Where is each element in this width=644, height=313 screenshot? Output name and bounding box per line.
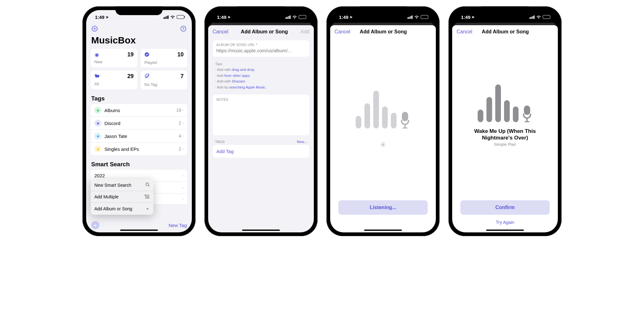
add-button[interactable]: ＋ [91,221,99,229]
smart-search-header: Smart Search [86,155,192,170]
card-notag-count: 7 [180,73,184,80]
shazam-icon [452,78,558,122]
modal-title: Add Album or Song [482,29,529,35]
help-icon[interactable]: ? [180,25,187,34]
tips-label: Tips: [215,61,307,67]
tip-shazam-link[interactable]: Shazam [232,79,245,83]
tag-count: 2 [179,146,181,151]
card-new-label: New [94,60,134,64]
tag-name: Discord [104,121,179,126]
cancel-button[interactable]: Cancel [213,29,228,35]
battery-icon [543,15,550,19]
modal-title: Add Album or Song [360,29,407,35]
add-tag-button[interactable]: Add Tag [213,145,309,158]
card-new-count: 19 [127,51,134,58]
tag-row-discord[interactable]: ◈ Discord 2 › [91,117,187,130]
result-song-title: Wake Me Up (When This Nightmare's Over) [452,128,558,141]
notag-icon [144,74,149,79]
popup-add-album[interactable]: Add Album or Song ＋ [91,203,153,215]
tags-label: TAGS [215,140,225,144]
wifi-icon [292,15,297,19]
tag-icon: ◈ [94,133,101,139]
tag-name: Jason Tate [104,134,179,139]
url-field-group: ALBUM OR SONG URL * [213,40,309,57]
list-icon [145,194,150,199]
card-all-label: All [94,82,134,86]
add-popup-menu: New Smart Search Add Multiple Add Album … [91,179,153,215]
tip-search-link[interactable]: searching Apple Music [229,85,265,89]
screen-home: 1:49 ➤ ? MusicBox ◉ 19 New [86,10,192,232]
smart-name: 2022 [94,173,105,178]
all-icon [94,74,99,79]
chevron-right-icon: › [182,185,184,190]
tip-drag-drop-link[interactable]: drag and drop [232,68,254,71]
confirm-button[interactable]: Confirm [460,200,550,215]
card-all[interactable]: 29 All [91,71,137,89]
home-indicator[interactable] [486,230,524,231]
popup-add-multiple[interactable]: Add Multiple [91,191,153,203]
card-played[interactable]: 10 Played [141,49,187,67]
modal-sheet: Cancel Add Album or Song Add ALBUM OR SO… [208,25,314,232]
cancel-button[interactable]: Cancel [457,29,472,35]
svg-point-1 [94,28,95,29]
notch [115,6,163,15]
tag-icon: ◈ [94,145,101,152]
add-button[interactable]: Add [301,29,309,35]
plus-icon: ＋ [145,206,150,212]
phone-2: 1:49 ➤ Cancel Add Album or Song Add ALBU… [204,6,318,236]
cellular-icon [408,15,413,19]
tag-count: 2 [179,121,181,126]
tags-new-button[interactable]: New... [297,140,307,144]
svg-text:?: ? [182,27,185,31]
battery-icon [177,15,184,19]
tag-count: 19 [176,108,181,113]
home-indicator[interactable] [120,230,158,231]
listening-button[interactable]: Listening... [338,200,428,215]
tag-name: Singles and EPs [104,146,179,152]
tag-icon: ◈ [94,120,101,127]
battery-icon [299,15,306,19]
svg-point-0 [92,26,97,31]
chevron-right-icon: › [182,147,184,151]
tags-list: ◈ Albums 19 › ◈ Discord 2 › ◈ Jason Tate… [91,104,187,155]
modal-sheet: Cancel Add Album or Song Listening... [330,25,436,232]
card-notag[interactable]: 7 No Tag [141,71,187,89]
popup-new-smart-search[interactable]: New Smart Search [91,179,153,191]
card-notag-label: No Tag [144,82,184,87]
notes-field[interactable]: NOTES [213,94,309,135]
status-time: 1:49 [217,14,226,20]
tag-row-singles[interactable]: ◈ Singles and EPs 2 › [91,143,187,155]
tag-icon: ◈ [94,107,101,114]
notch [359,6,407,15]
gear-icon[interactable] [91,25,98,34]
search-icon [145,182,150,188]
played-icon [144,52,149,57]
url-input[interactable] [216,48,306,53]
result-artist: Simple Plan [452,142,558,147]
popup-label: New Smart Search [94,183,131,188]
chevron-right-icon: › [182,197,184,201]
new-icon: ◉ [94,52,99,57]
microphone-icon [400,112,410,128]
status-time: 1:49 [339,14,348,20]
location-icon: ➤ [105,15,109,19]
try-again-button[interactable]: Try Again [452,220,558,225]
url-label: ALBUM OR SONG URL * [216,43,306,47]
card-new[interactable]: ◉ 19 New [91,49,137,67]
home-indicator[interactable] [364,230,402,231]
wifi-icon [536,15,541,19]
tips-section: Tips: Add with drag and drop. Add from o… [208,60,314,90]
microphone-icon [522,105,532,122]
tag-row-albums[interactable]: ◈ Albums 19 › [91,104,187,117]
cellular-icon [530,15,535,19]
home-indicator[interactable] [242,230,280,231]
phone-3: 1:49 ➤ Cancel Add Album or Song [326,6,440,236]
wifi-icon [170,15,175,19]
tip-other-apps-link[interactable]: from other apps [224,74,250,77]
new-tag-button[interactable]: New Tag [169,223,187,228]
chevron-right-icon: › [182,121,184,125]
cancel-button[interactable]: Cancel [335,29,350,35]
tag-row-jason[interactable]: ◈ Jason Tate 4 › [91,130,187,143]
popup-label: Add Multiple [94,194,119,199]
loading-spinner [379,141,387,149]
